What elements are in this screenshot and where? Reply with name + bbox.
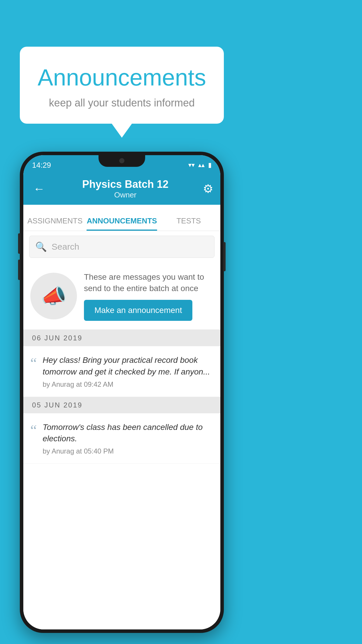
tab-announcements[interactable]: ANNOUNCEMENTS [87,216,157,231]
back-button[interactable]: ← [30,179,48,198]
app-bar: ← Physics Batch 12 Owner ⚙ [23,173,220,205]
speech-bubble-container: Announcements keep all your students inf… [20,47,224,124]
quote-icon-1: “ [30,354,37,370]
announcement-content-2: Tomorrow's class has been cancelled due … [43,421,213,455]
announcement-meta-1: by Anurag at 09:42 AM [43,380,213,388]
tab-tests[interactable]: TESTS [157,216,220,231]
megaphone-icon: 📣 [41,284,66,308]
search-placeholder: Search [52,242,79,252]
announcement-text-1: Hey class! Bring your practical record b… [43,354,213,377]
announcement-meta-2: by Anurag at 05:40 PM [43,447,213,455]
front-camera [119,158,124,163]
wifi-icon: ▾▾ [188,161,195,169]
app-bar-title-container: Physics Batch 12 Owner [48,178,203,200]
search-icon: 🔍 [35,241,47,252]
announcement-item-1[interactable]: “ Hey class! Bring your practical record… [23,346,220,397]
announcement-content-1: Hey class! Bring your practical record b… [43,354,213,388]
date-separator-2: 05 JUN 2019 [23,397,220,413]
phone-mockup: 14:29 ▾▾ ▴▴ ▮ ← Physics Batch 12 Owner ⚙ [20,152,224,633]
phone-notch [99,155,145,167]
app-bar-title: Physics Batch 12 [48,178,203,190]
quote-icon-2: “ [30,421,37,438]
search-bar[interactable]: 🔍 Search [29,236,215,258]
volume-up-button [18,233,20,254]
announcement-prompt-content: These are messages you want to send to t… [84,271,213,321]
signal-icon: ▴▴ [198,161,205,169]
megaphone-circle: 📣 [30,273,77,319]
power-button [223,242,226,271]
announcement-prompt-description: These are messages you want to send to t… [84,271,213,294]
phone-outer: 14:29 ▾▾ ▴▴ ▮ ← Physics Batch 12 Owner ⚙ [20,152,224,633]
app-bar-subtitle: Owner [48,190,203,200]
battery-icon: ▮ [208,161,212,169]
status-time: 14:29 [32,161,51,170]
bubble-title: Announcements [37,64,206,91]
speech-bubble: Announcements keep all your students inf… [20,47,224,124]
announcement-text-2: Tomorrow's class has been cancelled due … [43,421,213,444]
tab-assignments[interactable]: ASSIGNMENTS [23,216,87,231]
settings-icon[interactable]: ⚙ [203,182,213,195]
make-announcement-button[interactable]: Make an announcement [84,300,192,321]
announcement-item-2[interactable]: “ Tomorrow's class has been cancelled du… [23,413,220,464]
bubble-subtitle: keep all your students informed [37,97,206,109]
status-icons: ▾▾ ▴▴ ▮ [188,161,212,169]
volume-down-button [18,260,20,280]
date-separator-1: 06 JUN 2019 [23,330,220,346]
announcement-prompt: 📣 These are messages you want to send to… [23,262,220,330]
phone-screen: 14:29 ▾▾ ▴▴ ▮ ← Physics Batch 12 Owner ⚙ [23,155,220,629]
content-area: 🔍 Search 📣 These are messages you want t… [23,231,220,629]
tabs-container: ASSIGNMENTS ANNOUNCEMENTS TESTS [23,205,220,231]
